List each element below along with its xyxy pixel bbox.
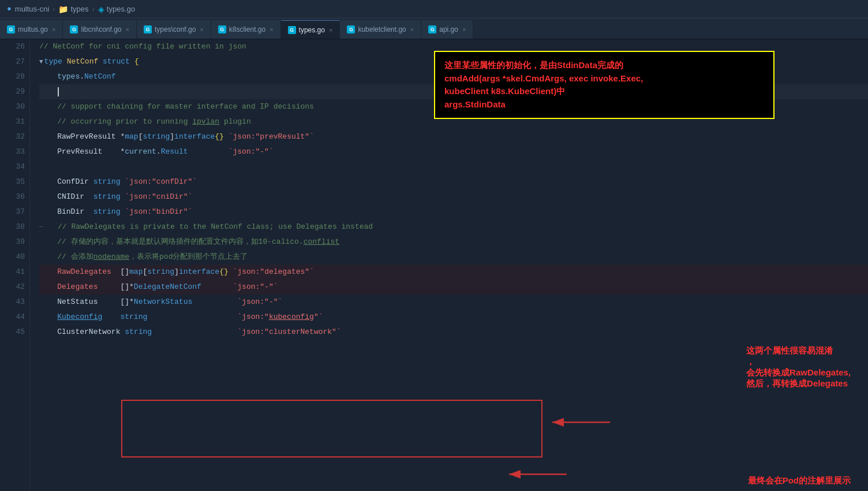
code-line-36: CNIDir string `json:"cniDir"` bbox=[39, 189, 868, 204]
tab-kubeletclient-go[interactable]: G kubeletclient.go × bbox=[340, 20, 421, 39]
code-line-39: // 存储的内容，基本就是默认网络插件的配置文件内容，如10-calico.co… bbox=[39, 235, 868, 250]
tab-libcni-conf-go[interactable]: G libcni\conf.go × bbox=[63, 20, 136, 39]
text-cursor bbox=[58, 87, 59, 96]
code-line-38: ─ // RawDelegates is private to the NetC… bbox=[39, 220, 868, 235]
line-num-43: 43 bbox=[0, 295, 25, 310]
code-line-35: ConfDir string `json:"confDir"` bbox=[39, 174, 868, 189]
tab-multus-go[interactable]: G multus.go × bbox=[0, 20, 63, 39]
code-line-42: Delegates []* DelegateNetConf `json:"-"` bbox=[39, 280, 868, 295]
annotation-text-1: 这里某些属性的初始化，是由StdinData完成的 cmdAdd(args *s… bbox=[444, 59, 764, 111]
tab-close-types-conf[interactable]: × bbox=[200, 26, 203, 33]
tab-api-go[interactable]: G api.go × bbox=[421, 20, 473, 39]
line-num-42: 42 bbox=[0, 280, 25, 295]
tab-label-api: api.go bbox=[439, 25, 458, 34]
line-num-40: 40 bbox=[0, 250, 25, 265]
tab-icon-k8sclient: G bbox=[218, 25, 226, 34]
line-num-37: 37 bbox=[0, 204, 25, 220]
code-line-45: ClusterNetwork string `json:"clusterNetw… bbox=[39, 325, 868, 340]
line-num-27: 27 bbox=[0, 54, 25, 69]
file-icon: ◈ bbox=[98, 5, 104, 14]
tab-close-types-go[interactable]: × bbox=[329, 27, 332, 34]
fold-icon-38: ─ bbox=[39, 220, 43, 235]
tab-icon-types-conf: G bbox=[144, 25, 152, 34]
tab-close-k8sclient[interactable]: × bbox=[270, 26, 273, 33]
line-num-41: 41 bbox=[0, 265, 25, 280]
annotation-box-1: 这里某些属性的初始化，是由StdinData完成的 cmdAdd(args *s… bbox=[434, 51, 775, 119]
line-num-28: 28 bbox=[0, 69, 25, 84]
tab-close-multus-go[interactable]: × bbox=[52, 26, 55, 33]
tab-icon-api: G bbox=[428, 25, 436, 34]
breadcrumb-app: multus-cni bbox=[15, 5, 49, 13]
tab-bar: G multus.go × G libcni\conf.go × G types… bbox=[0, 18, 868, 39]
tab-types-go[interactable]: G types.go × bbox=[281, 20, 341, 39]
tab-label-kubeletclient: kubeletclient.go bbox=[358, 25, 406, 34]
line-num-35: 35 bbox=[0, 174, 25, 189]
tab-icon-types-go: G bbox=[288, 26, 296, 34]
line-numbers: 26 27 28 29 30 31 32 33 34 35 36 37 38 3… bbox=[0, 39, 30, 491]
line-num-45: 45 bbox=[0, 325, 25, 340]
code-line-32: RawPrevResult * map [ string ] interface… bbox=[39, 129, 868, 144]
tab-label-libcni: libcni\conf.go bbox=[81, 25, 121, 34]
breadcrumb-path2: types.go bbox=[107, 5, 135, 13]
code-line-34 bbox=[39, 159, 868, 174]
line-num-30: 30 bbox=[0, 99, 25, 114]
tab-close-api[interactable]: × bbox=[462, 26, 466, 33]
code-line-41: RawDelegates [] map [ string ] interface… bbox=[39, 265, 868, 280]
tab-icon-kubeletclient: G bbox=[347, 25, 355, 34]
tab-icon-libcni: G bbox=[70, 25, 78, 34]
annotation-red-box bbox=[121, 400, 542, 457]
line-num-38: 38 bbox=[0, 220, 25, 235]
code-line-33: PrevResult * current . Result `json:"-"` bbox=[39, 144, 868, 159]
code-line-44: Kubeconfig string `json:"kubeconfig"` bbox=[39, 310, 868, 325]
line-num-33: 33 bbox=[0, 144, 25, 159]
line-num-34: 34 bbox=[0, 159, 25, 174]
tab-k8sclient-go[interactable]: G k8sclient.go × bbox=[211, 20, 281, 39]
tab-close-libcni[interactable]: × bbox=[126, 26, 129, 33]
tab-label-types-go: types.go bbox=[299, 26, 325, 34]
code-area: 26 27 28 29 30 31 32 33 34 35 36 37 38 3… bbox=[0, 39, 868, 491]
folder-icon: 📁 bbox=[58, 5, 68, 14]
code-line-37: BinDir string `json:"binDir"` bbox=[39, 204, 868, 220]
tab-close-kubeletclient[interactable]: × bbox=[410, 26, 414, 33]
code-content[interactable]: // NetConf for cni config file written i… bbox=[30, 39, 868, 491]
code-line-43: NetStatus []* NetworkStatus `json:"-"` bbox=[39, 295, 868, 310]
tab-label-k8sclient: k8sclient.go bbox=[229, 25, 265, 34]
line-num-36: 36 bbox=[0, 189, 25, 204]
line-num-44: 44 bbox=[0, 310, 25, 325]
line-num-29: 29 bbox=[0, 84, 25, 99]
tab-icon-multus-go: G bbox=[7, 25, 15, 34]
tab-label-types-conf: types\conf.go bbox=[155, 25, 196, 34]
code-line-40: // 会添加nodename，表示将pod分配到那个节点上去了 bbox=[39, 250, 868, 265]
tab-types-conf-go[interactable]: G types\conf.go × bbox=[137, 20, 211, 39]
breadcrumb: multus-cni › 📁 types › ◈ types.go bbox=[15, 5, 135, 14]
line-num-31: 31 bbox=[0, 114, 25, 129]
tab-label-multus-go: multus.go bbox=[18, 25, 48, 34]
arrow-to-41 bbox=[547, 414, 616, 433]
line-num-26: 26 bbox=[0, 39, 25, 54]
annotation-text-3: 最终会在Pod的注解里展示 bbox=[748, 475, 851, 486]
app-icon: ● bbox=[7, 5, 12, 13]
line-num-39: 39 bbox=[0, 235, 25, 250]
title-bar: ● multus-cni › 📁 types › ◈ types.go bbox=[0, 0, 868, 18]
breadcrumb-path1: types bbox=[70, 5, 88, 13]
annotation-text-2: 这两个属性很容易混淆 ， 会先转换成RawDelegates, 然后，再转换成D… bbox=[746, 345, 851, 389]
line-num-32: 32 bbox=[0, 129, 25, 144]
arrow-to-43 bbox=[503, 466, 573, 485]
fold-icon-27[interactable]: ▼ bbox=[39, 54, 43, 69]
